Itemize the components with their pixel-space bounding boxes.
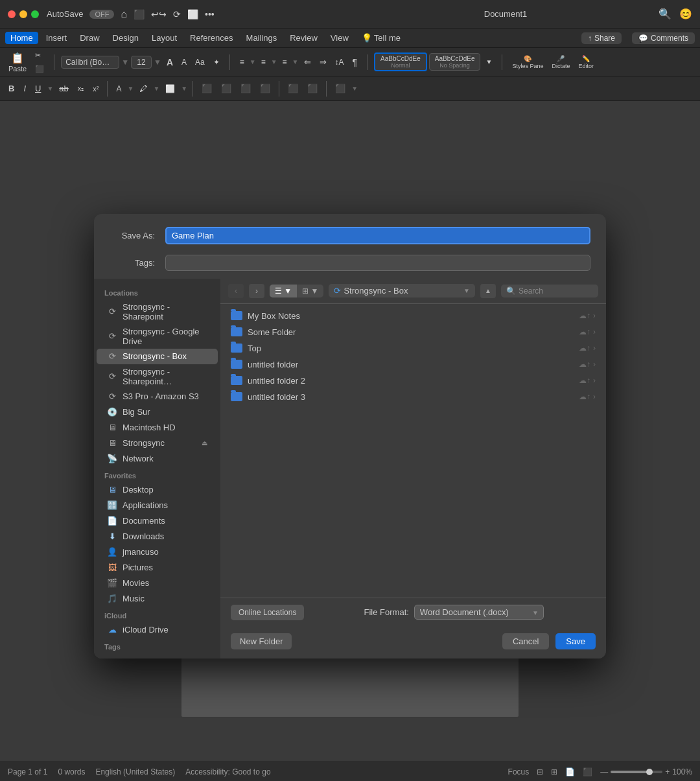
- save-button[interactable]: Save: [555, 633, 596, 649]
- location-bar[interactable]: ⟳ Strongsync - Box ▼: [329, 284, 475, 297]
- superscript-button[interactable]: x²: [89, 83, 102, 95]
- sidebar-item-jmancuso[interactable]: 👤 jmancuso: [97, 544, 218, 560]
- comments-button[interactable]: 💬 Comments: [632, 32, 695, 44]
- file-format-select[interactable]: Word Document (.docx) PDF Plain Text (.t…: [414, 605, 544, 620]
- font-shrink-button[interactable]: A: [178, 56, 190, 69]
- sidebar-item-desktop[interactable]: 🖥 Desktop: [97, 482, 218, 498]
- text-color-button[interactable]: A: [113, 82, 124, 95]
- border-button[interactable]: ⬛: [332, 82, 349, 95]
- focus-icon2[interactable]: ⬛: [583, 767, 592, 776]
- cut-button[interactable]: ✂: [32, 49, 47, 62]
- tags-input[interactable]: [165, 255, 590, 271]
- styles-pane-button[interactable]: 🎨 Styles Pane: [509, 53, 546, 71]
- sidebar-item-documents[interactable]: 📄 Documents: [97, 513, 218, 529]
- menu-insert[interactable]: Insert: [41, 32, 73, 44]
- sidebar-item-strongsync[interactable]: 🖥 Strongsync ⏏: [97, 436, 218, 451]
- subscript-button[interactable]: x₂: [75, 82, 88, 95]
- sidebar-item-icloud[interactable]: ☁ iCloud Drive: [97, 622, 218, 638]
- online-locations-button[interactable]: Online Locations: [231, 605, 304, 620]
- menu-view[interactable]: View: [325, 32, 354, 44]
- styles-more-button[interactable]: ▼: [482, 56, 495, 67]
- share-button[interactable]: ↑ Share: [581, 32, 622, 44]
- sidebar-item-downloads[interactable]: ⬇ Downloads: [97, 529, 218, 544]
- column-view-button[interactable]: ⊞ ▼: [297, 285, 323, 297]
- list-view-button[interactable]: ☰ ▼: [270, 285, 297, 297]
- underline-button[interactable]: U: [32, 82, 44, 95]
- editor-button[interactable]: ✏️ Editor: [575, 53, 597, 71]
- zoom-knob[interactable]: [646, 769, 653, 775]
- sidebar-item-sharepoint[interactable]: ⟳ Strongsync - Sharepoint: [97, 299, 218, 324]
- font-grow-button[interactable]: A: [163, 55, 176, 69]
- justify-button[interactable]: ⬛: [257, 82, 274, 95]
- cancel-button[interactable]: Cancel: [502, 633, 549, 649]
- change-case-button[interactable]: Aa: [192, 56, 208, 69]
- zoom-slider[interactable]: [611, 771, 662, 773]
- file-row-untitled2[interactable]: untitled folder 2 ☁↑ ›: [226, 373, 601, 389]
- paragraph-spacing-button[interactable]: ⬛: [304, 82, 321, 95]
- search-placeholder[interactable]: Search: [519, 286, 543, 296]
- sidebar-item-googledrive[interactable]: ⟳ Strongsync - Google Drive: [97, 324, 218, 349]
- layout-icon[interactable]: ⊞: [551, 767, 557, 776]
- sort-button[interactable]: ↕A: [332, 56, 347, 69]
- file-row-top[interactable]: Top ☁↑ ›: [226, 340, 601, 356]
- highlight-button[interactable]: 🖍: [136, 82, 150, 95]
- bold-button[interactable]: B: [5, 82, 18, 95]
- style-normal[interactable]: AaBbCcDdEe Normal: [374, 52, 427, 71]
- file-row-untitled3[interactable]: untitled folder 3 ☁↑ ›: [226, 389, 601, 405]
- numbering-button[interactable]: ≡: [258, 56, 269, 69]
- multi-level-button[interactable]: ≡: [279, 56, 290, 69]
- align-center-button[interactable]: ⬛: [218, 82, 235, 95]
- menu-design[interactable]: Design: [108, 32, 144, 44]
- search-icon[interactable]: 🔍: [659, 8, 671, 20]
- focus-label[interactable]: Focus: [508, 767, 530, 776]
- font-size-input[interactable]: [131, 56, 152, 69]
- forward-button[interactable]: ›: [249, 284, 264, 298]
- dictate-button[interactable]: 🎤 Dictate: [548, 53, 573, 71]
- sidebar-item-bigsur[interactable]: 💿 Big Sur: [97, 404, 218, 420]
- sidebar-item-sharepoint2[interactable]: ⟳ Strongsync - Sharepoint…: [97, 364, 218, 389]
- decrease-indent-button[interactable]: ⇐: [301, 55, 314, 69]
- sidebar-item-music[interactable]: 🎵 Music: [97, 591, 218, 607]
- expand-button[interactable]: ▲: [480, 284, 496, 298]
- sidebar-item-s3[interactable]: ⟳ S3 Pro - Amazon S3: [97, 389, 218, 404]
- menu-mailings[interactable]: Mailings: [241, 32, 283, 44]
- minimize-button[interactable]: [19, 10, 27, 18]
- sidebar-item-pictures[interactable]: 🖼 Pictures: [97, 560, 218, 576]
- menu-home[interactable]: Home: [5, 32, 38, 44]
- file-row-somefolder[interactable]: Some Folder ☁↑ ›: [226, 324, 601, 340]
- zoom-in-button[interactable]: +: [665, 767, 670, 776]
- menu-layout[interactable]: Layout: [146, 32, 182, 44]
- copy-button[interactable]: ⬛: [32, 63, 47, 75]
- sidebar-item-applications[interactable]: 🔠 Applications: [97, 498, 218, 513]
- font-name-input[interactable]: [61, 56, 119, 69]
- style-no-spacing[interactable]: AaBbCcDdEe No Spacing: [429, 53, 481, 71]
- clear-format-button[interactable]: ✦: [210, 56, 223, 69]
- close-button[interactable]: [8, 10, 16, 18]
- paste-button[interactable]: 📋 Paste: [5, 50, 30, 75]
- new-folder-button[interactable]: New Folder: [231, 633, 292, 649]
- file-row-myboxnotes[interactable]: My Box Notes ☁↑ ›: [226, 308, 601, 324]
- line-spacing-button[interactable]: ⬛: [285, 82, 301, 95]
- menu-tell-me[interactable]: 💡 Tell me: [356, 32, 406, 44]
- increase-indent-button[interactable]: ⇒: [316, 55, 330, 69]
- back-button[interactable]: ‹: [228, 284, 244, 298]
- show-formatting-button[interactable]: ¶: [349, 55, 361, 69]
- filename-input[interactable]: [165, 227, 590, 244]
- print-icon[interactable]: 📄: [565, 767, 575, 776]
- bullets-button[interactable]: ≡: [237, 56, 248, 69]
- menu-draw[interactable]: Draw: [75, 32, 104, 44]
- align-left-button[interactable]: ⬛: [198, 82, 215, 95]
- file-row-untitled1[interactable]: untitled folder ☁↑ ›: [226, 356, 601, 373]
- autosave-badge[interactable]: OFF: [89, 10, 114, 19]
- sidebar-item-network[interactable]: 📡 Network: [97, 451, 218, 467]
- menu-review[interactable]: Review: [285, 32, 323, 44]
- shading-button[interactable]: ⬜: [162, 82, 178, 95]
- sidebar-item-macintosh-hd[interactable]: 🖥 Macintosh HD: [97, 420, 218, 436]
- maximize-button[interactable]: [31, 10, 39, 18]
- menu-references[interactable]: References: [185, 32, 238, 44]
- view-icon[interactable]: ⊟: [537, 767, 543, 776]
- sidebar-item-box[interactable]: ⟳ Strongsync - Box: [97, 349, 218, 364]
- italic-button[interactable]: I: [20, 82, 29, 95]
- zoom-out-button[interactable]: —: [600, 767, 608, 776]
- emoji-icon[interactable]: 😊: [679, 8, 692, 20]
